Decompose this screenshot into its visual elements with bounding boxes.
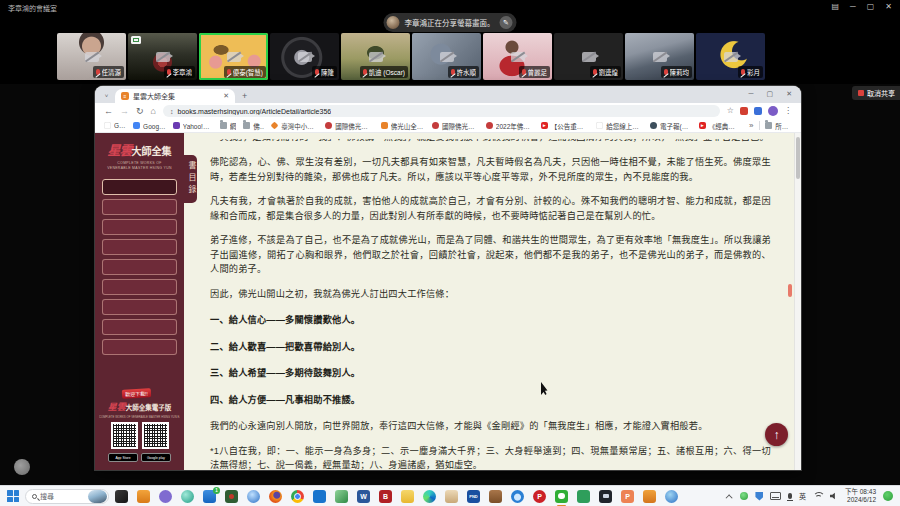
taskbar-app-icon[interactable]: [181, 490, 194, 503]
tab-close-icon[interactable]: ✕: [223, 92, 229, 100]
taskbar-app-icon[interactable]: P: [621, 490, 634, 503]
book-catalog-tab[interactable]: 書目錄: [184, 155, 197, 203]
notification-badge[interactable]: [883, 491, 893, 501]
sidebar-menu-button[interactable]: [102, 259, 177, 275]
taskbar-app-icon[interactable]: [577, 490, 590, 503]
home-icon[interactable]: ⌂: [151, 107, 156, 116]
page-scrollbar-thumb[interactable]: [788, 284, 792, 297]
tray-mic-icon[interactable]: [788, 493, 792, 499]
bookmark-item[interactable]: Yahoo!奇摩字典: [171, 121, 215, 131]
speaker-icon[interactable]: [830, 492, 838, 500]
taskbar-app-icon[interactable]: P: [533, 490, 546, 503]
sidebar-menu-button[interactable]: [102, 339, 177, 355]
stop-share-button[interactable]: 取消共享: [852, 86, 900, 100]
taskbar-search[interactable]: 搜尋: [25, 489, 109, 504]
annotate-pencil-icon[interactable]: ✎: [500, 16, 513, 29]
bookmark-item[interactable]: 2022年佛學共修會..: [484, 121, 536, 131]
sidebar-menu-button[interactable]: [102, 179, 177, 195]
participant-tile[interactable]: 任清源: [57, 33, 126, 80]
start-button[interactable]: [7, 490, 19, 502]
participant-tile[interactable]: 凱迪 (Oscar): [341, 33, 410, 80]
browser-active-tab[interactable]: ≡ 星雲大師全集 ✕: [115, 89, 235, 103]
meeting-float-widget[interactable]: [14, 459, 30, 475]
participant-tile[interactable]: 許水順: [412, 33, 481, 80]
taskbar-app-icon[interactable]: [115, 490, 128, 503]
wifi-icon[interactable]: [813, 492, 823, 500]
bookmark-item[interactable]: 臺灣中小企業銀行..: [269, 121, 320, 131]
bookmark-item[interactable]: 國際佛光會中華總會: [323, 121, 376, 131]
new-tab-button[interactable]: +: [242, 91, 247, 101]
taskbar-app-icon[interactable]: [445, 490, 458, 503]
taskbar-app-icon[interactable]: [423, 490, 436, 503]
participant-tile[interactable]: 曾麗足: [483, 33, 552, 80]
ime-language-indicator[interactable]: 英: [799, 491, 806, 501]
browser-close-icon[interactable]: ✕: [786, 90, 792, 98]
window-scrollbar-thumb[interactable]: [796, 137, 800, 179]
participant-tile[interactable]: 優泰(智慧): [199, 33, 268, 80]
taskbar-app-icon[interactable]: [555, 490, 568, 503]
bookmark-star-icon[interactable]: ☆: [727, 107, 734, 115]
layout-icon[interactable]: ▤: [832, 2, 840, 11]
taskbar-app-icon[interactable]: [401, 490, 414, 503]
taskbar-app-icon[interactable]: B: [379, 490, 392, 503]
maximize-icon[interactable]: ▢: [867, 2, 875, 11]
all-bookmarks-folder[interactable]: 所有書籤: [763, 121, 794, 131]
taskbar-app-icon[interactable]: [269, 490, 282, 503]
taskbar-app-icon[interactable]: [137, 490, 150, 503]
taskbar-app-icon[interactable]: [159, 490, 172, 503]
bookmark-item[interactable]: 網社: [218, 121, 238, 131]
sidebar-menu-button[interactable]: [102, 239, 177, 255]
taskbar-app-icon[interactable]: [665, 490, 678, 503]
participant-tile[interactable]: 李章鴻: [128, 33, 197, 80]
taskbar-app-icon[interactable]: [489, 490, 502, 503]
taskbar-app-icon[interactable]: PND: [467, 490, 480, 503]
sidebar-menu-button[interactable]: [102, 299, 177, 315]
taskbar-app-icon[interactable]: [225, 490, 238, 503]
participant-tile[interactable]: 劉連煌: [554, 33, 623, 80]
profile-avatar[interactable]: [768, 106, 778, 116]
appstore-button[interactable]: App Store: [108, 453, 138, 462]
bookmark-item[interactable]: 佛光山全球資訊網: [379, 121, 427, 131]
browser-minimize-icon[interactable]: ─: [749, 90, 754, 98]
extension-red-icon[interactable]: [740, 107, 748, 115]
taskbar-app-icon[interactable]: [643, 490, 656, 503]
bookmark-item[interactable]: 《經典電音多久..: [697, 121, 743, 131]
touch-keyboard-icon[interactable]: [770, 492, 781, 500]
bookmark-item[interactable]: 【公告重點】3-1 所..: [539, 121, 592, 131]
extension-blue-icon[interactable]: [754, 107, 762, 115]
tray-green-icon[interactable]: [740, 492, 748, 500]
tray-expand-icon[interactable]: [726, 494, 733, 501]
sidebar-menu-button[interactable]: [102, 219, 177, 235]
taskbar-app-icon[interactable]: 1: [203, 490, 216, 503]
forward-icon[interactable]: →: [120, 107, 129, 116]
address-bar[interactable]: ↕ books.masterhsingyun.org/ArticleDetail…: [163, 105, 720, 117]
googleplay-button[interactable]: Google play: [141, 453, 171, 462]
participant-tile[interactable]: 彩月: [696, 33, 765, 80]
menu-kebab-icon[interactable]: ⋮: [784, 107, 792, 115]
minimize-icon[interactable]: ─: [850, 2, 856, 11]
taskbar-app-icon[interactable]: [291, 490, 304, 503]
taskbar-app-icon[interactable]: [511, 490, 524, 503]
tray-shield-icon[interactable]: [755, 492, 763, 501]
participant-tile[interactable]: 陳隆: [270, 33, 339, 80]
participant-tile[interactable]: 陳莉均: [625, 33, 694, 80]
sidebar-menu-button[interactable]: [102, 319, 177, 335]
bookmark-item[interactable]: Google: [102, 122, 128, 129]
bookmark-item[interactable]: 佛光會: [241, 121, 266, 131]
back-to-top-button[interactable]: ↑: [765, 423, 788, 446]
taskbar-app-icon[interactable]: [599, 490, 612, 503]
close-icon[interactable]: ✕: [885, 2, 892, 11]
bookmark-item[interactable]: Google 翻譯: [131, 121, 168, 131]
sidebar-menu-button[interactable]: [102, 279, 177, 295]
taskbar-app-icon[interactable]: [335, 490, 348, 503]
search-highlight-image[interactable]: [88, 490, 107, 503]
tab-search-icon[interactable]: ˅: [101, 90, 112, 101]
browser-maximize-icon[interactable]: ▢: [767, 90, 774, 98]
taskbar-clock[interactable]: 下午 08:43 2024/6/12: [845, 488, 876, 505]
back-icon[interactable]: ←: [104, 107, 113, 116]
taskbar-app-icon[interactable]: W: [357, 490, 370, 503]
sidebar-menu-button[interactable]: [102, 199, 177, 215]
site-info-icon[interactable]: ↕: [170, 108, 174, 115]
bookmark-item[interactable]: 給您線上聽歌明天..: [594, 121, 645, 131]
bookmark-item[interactable]: 國際佛光會中華總..: [430, 121, 481, 131]
